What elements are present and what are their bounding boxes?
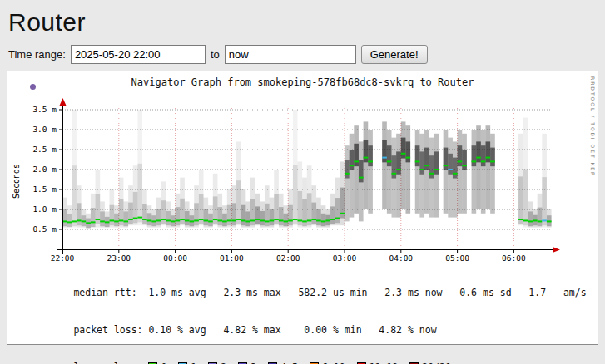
svg-text:01:00: 01:00 — [220, 253, 244, 263]
graph-title: Navigator Graph from smokeping-578fb68dc… — [7, 76, 598, 88]
svg-text:2.0 m: 2.0 m — [32, 165, 57, 174]
rrdtool-watermark: RRDTOOL / TOBI OETIKER — [590, 76, 596, 177]
smokeping-page: Router Time range: to Generate! Navigato… — [0, 0, 605, 364]
to-label: to — [211, 48, 220, 61]
svg-text:3.0 m: 3.0 m — [32, 125, 57, 134]
packet-loss-text: packet loss: 0.10 % avg 4.82 % max 0.00 … — [73, 324, 436, 336]
svg-text:06:00: 06:00 — [502, 253, 526, 263]
time-range-form: Time range: to Generate! — [8, 45, 605, 64]
time-range-start-input[interactable] — [71, 45, 206, 64]
svg-text:02:00: 02:00 — [276, 253, 300, 263]
svg-text:1.0 m: 1.0 m — [32, 204, 57, 214]
svg-text:23:00: 23:00 — [107, 253, 131, 263]
page-title: Router — [8, 8, 605, 37]
median-rtt-row: median rtt: 1.0 ms avg 2.3 ms max 582.2 … — [27, 274, 598, 312]
median-rtt-text: median rtt: 1.0 ms avg 2.3 ms max 582.2 … — [73, 287, 586, 298]
svg-text:2.5 m: 2.5 m — [32, 145, 57, 154]
smoke-layer — [62, 110, 552, 229]
navigator-graph[interactable]: 0.5 m1.0 m1.5 m2.0 m2.5 m3.0 m3.5 m22:00… — [9, 90, 592, 274]
svg-text:04:00: 04:00 — [389, 253, 413, 263]
loss-color-row: loss color: 01234-56-1011-1920/20 — [27, 349, 598, 364]
svg-text:0.5 m: 0.5 m — [32, 224, 57, 234]
svg-text:05:00: 05:00 — [445, 253, 469, 263]
y-axis-label: Seconds — [12, 164, 21, 199]
graph-panel: Navigator Graph from smokeping-578fb68dc… — [7, 71, 598, 345]
time-range-label: Time range: — [8, 48, 66, 61]
svg-text:00:00: 00:00 — [163, 253, 187, 263]
target-marker-dot — [30, 84, 36, 90]
time-range-end-input[interactable] — [225, 45, 356, 64]
svg-text:1.5 m: 1.5 m — [32, 184, 57, 194]
graph-legend: median rtt: 1.0 ms avg 2.3 ms max 582.2 … — [7, 274, 598, 364]
generate-button[interactable]: Generate! — [361, 45, 428, 64]
svg-text:3.5 m: 3.5 m — [32, 105, 57, 114]
svg-text:03:00: 03:00 — [333, 253, 357, 263]
svg-text:22:00: 22:00 — [51, 253, 75, 263]
packet-loss-row: packet loss: 0.10 % avg 4.82 % max 0.00 … — [27, 312, 598, 349]
